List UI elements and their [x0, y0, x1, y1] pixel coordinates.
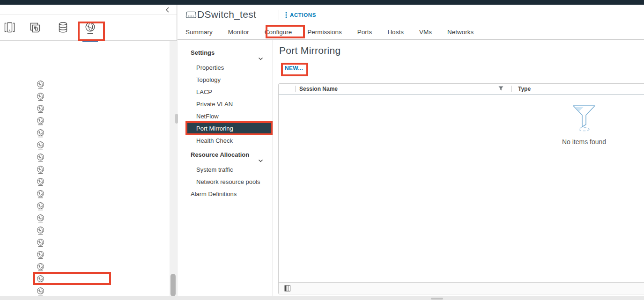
- nav-item-health-check[interactable]: Health Check: [178, 135, 273, 147]
- navigator-panel: DSwitch_test: [0, 5, 177, 296]
- tree-item-network[interactable]: [37, 202, 44, 211]
- sessions-grid: Session Name Type: [278, 83, 644, 294]
- distributed-switch-icon: [185, 11, 197, 21]
- browser-top-bar: [0, 0, 644, 5]
- filter-icon[interactable]: [498, 86, 503, 92]
- object-tabs: Summary Monitor Configure Permissions Po…: [178, 24, 644, 40]
- column-header-type[interactable]: Type: [512, 84, 644, 94]
- networking-icon[interactable]: [84, 22, 96, 34]
- page-title: DSwitch_test: [197, 9, 256, 20]
- nav-item-private-vlan[interactable]: Private VLAN: [178, 98, 273, 110]
- navigator-collapse-row: [0, 5, 177, 15]
- main-panel: DSwitch_test ACTIONS Summary Monitor Con…: [178, 5, 644, 296]
- nav-section-settings[interactable]: Settings: [178, 46, 273, 60]
- nav-item-alarm-definitions[interactable]: Alarm Definitions: [178, 188, 273, 200]
- network-globe-icon: [37, 287, 44, 296]
- nav-section-resource-allocation[interactable]: Resource Allocation: [178, 148, 273, 162]
- tree-item-network[interactable]: [37, 250, 44, 259]
- tree-item-network[interactable]: [37, 190, 44, 198]
- tree-scrollbar-track[interactable]: [170, 41, 177, 296]
- tab-vms[interactable]: VMs: [419, 29, 432, 36]
- section-title: Port Mirroring: [279, 45, 341, 56]
- column-selector-icon[interactable]: [284, 285, 291, 292]
- empty-state: No items found: [547, 102, 622, 146]
- configure-sub-nav: Settings Properties Topology LACP Privat…: [178, 40, 273, 296]
- network-globe-icon: [37, 214, 44, 223]
- kebab-menu-icon: [285, 12, 287, 18]
- network-globe-icon: [37, 190, 44, 198]
- network-globe-icon: [37, 129, 44, 138]
- grid-footer: [279, 282, 644, 294]
- actions-button-label: ACTIONS: [290, 12, 316, 18]
- panel-resize-handle[interactable]: [175, 114, 178, 124]
- tree-scrollbar-thumb[interactable]: [170, 274, 176, 296]
- navigator-icon-toolbar: [0, 15, 177, 41]
- column-header-session-name[interactable]: Session Name: [296, 84, 511, 94]
- actions-button[interactable]: ACTIONS: [285, 12, 316, 18]
- tab-networks[interactable]: Networks: [447, 29, 474, 36]
- tree-item-network[interactable]: [37, 177, 44, 186]
- vms-and-templates-icon[interactable]: [29, 22, 41, 34]
- tree-item-network[interactable]: [37, 129, 44, 138]
- tree-item-network[interactable]: [37, 141, 44, 150]
- nav-item-topology[interactable]: Topology: [178, 74, 273, 86]
- tree-item-network[interactable]: [37, 238, 44, 247]
- tree-item-network[interactable]: [37, 287, 44, 296]
- network-globe-icon: [37, 117, 44, 125]
- tab-hosts[interactable]: Hosts: [387, 29, 404, 36]
- network-globe-icon: [37, 263, 44, 271]
- tree-item-network[interactable]: [37, 226, 44, 235]
- network-globe-icon: [37, 141, 44, 150]
- tab-summary[interactable]: Summary: [185, 29, 213, 36]
- grid-header-row: Session Name Type: [279, 84, 644, 95]
- network-globe-icon: [37, 104, 44, 113]
- column-header-label: Type: [518, 86, 531, 92]
- port-mirroring-view: Port Mirroring NEW... Session Name Type: [274, 40, 644, 296]
- tree-item-network[interactable]: [37, 275, 44, 284]
- nav-section-label: Settings: [191, 49, 215, 56]
- tab-permissions[interactable]: Permissions: [307, 29, 342, 36]
- nav-item-port-mirroring[interactable]: Port Mirroring: [187, 123, 271, 134]
- network-globe-icon: [37, 202, 44, 211]
- tree-item-network[interactable]: [37, 80, 44, 89]
- storage-icon[interactable]: [57, 22, 69, 34]
- nav-section-label: Resource Allocation: [191, 151, 249, 158]
- grid-body: No items found: [279, 95, 644, 282]
- nav-item-network-resource-pools[interactable]: Network resource pools: [178, 176, 273, 188]
- network-globe-icon: [37, 275, 44, 284]
- header-divider: [279, 10, 279, 20]
- active-toolbar-tab-underline: [82, 40, 98, 42]
- empty-state-text: No items found: [547, 138, 622, 146]
- network-globe-icon: [37, 92, 44, 101]
- tab-ports[interactable]: Ports: [357, 29, 372, 36]
- tree-item-network[interactable]: [37, 117, 44, 125]
- column-header-spacer: [279, 84, 295, 94]
- network-globe-icon: [37, 238, 44, 247]
- configure-body: Settings Properties Topology LACP Privat…: [178, 40, 644, 296]
- filter-funnel-icon: [572, 102, 596, 132]
- network-globe-icon: [37, 153, 44, 162]
- chevron-left-icon: [164, 7, 171, 13]
- collapse-panel-button[interactable]: [164, 7, 171, 13]
- tree-item-network[interactable]: [37, 165, 44, 174]
- network-globe-icon: [37, 80, 44, 89]
- network-globe-icon: [37, 177, 44, 186]
- tree-item-network[interactable]: [37, 92, 44, 101]
- hosts-and-clusters-icon[interactable]: [4, 22, 16, 34]
- tree-item-network[interactable]: [37, 104, 44, 113]
- network-globe-icon: [37, 226, 44, 235]
- page-bottom-strip: [0, 296, 644, 300]
- column-header-label: Session Name: [299, 86, 338, 92]
- tree-item-network[interactable]: [37, 153, 44, 162]
- chevron-down-icon: [258, 154, 263, 168]
- network-globe-icon: [37, 165, 44, 174]
- nav-item-netflow[interactable]: NetFlow: [178, 110, 273, 123]
- tab-monitor[interactable]: Monitor: [228, 29, 249, 36]
- tree-item-network[interactable]: [37, 214, 44, 223]
- inventory-tree: DSwitch_test: [0, 41, 170, 296]
- tree-item-network[interactable]: [37, 263, 44, 271]
- nav-item-lacp[interactable]: LACP: [178, 86, 273, 98]
- horizontal-scrollbar-thumb[interactable]: [431, 298, 443, 300]
- new-session-button[interactable]: NEW...: [285, 65, 303, 72]
- tab-configure[interactable]: Configure: [265, 29, 292, 36]
